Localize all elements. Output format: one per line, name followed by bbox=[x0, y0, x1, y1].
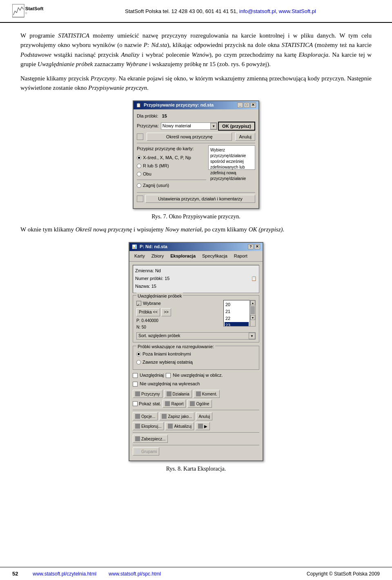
okresl-row: Określ nową przyczynę Anuluj bbox=[137, 133, 255, 141]
menu-specyfikacja[interactable]: Specyfikacja bbox=[199, 252, 231, 260]
zabezpiecz-button[interactable]: Zabezpiecz... bbox=[133, 435, 168, 443]
listbox-item-23[interactable]: 23 bbox=[225, 322, 249, 327]
ogolne-icon bbox=[190, 401, 195, 406]
website-link[interactable]: www.StatSoft.pl bbox=[279, 8, 316, 14]
przyczyna-input[interactable]: Nowy materiał bbox=[161, 122, 210, 129]
footer-link-1[interactable]: www.statsoft.pl/czytelnia.html bbox=[33, 571, 96, 577]
probka-label: Dla próbki: bbox=[137, 113, 158, 120]
listbox-item-20[interactable]: 20 bbox=[225, 301, 249, 308]
anuluj-button[interactable]: Anuluj bbox=[235, 133, 255, 141]
dzialania-button[interactable]: Działania bbox=[164, 390, 192, 398]
nie-wykresy-checkbox[interactable] bbox=[133, 382, 138, 387]
radio-r-lub-s-icon[interactable] bbox=[137, 164, 141, 168]
radio-obu-icon[interactable] bbox=[137, 172, 141, 176]
zapisz-icon bbox=[162, 414, 167, 419]
nie-uwzgledniaj-checkbox[interactable] bbox=[166, 373, 171, 378]
scroll-down[interactable]: ▼ bbox=[250, 315, 255, 320]
maximize-button[interactable]: □ bbox=[244, 102, 249, 108]
menu-eksploracja[interactable]: Eksploracja bbox=[167, 252, 199, 260]
footer-links: www.statsoft.pl/czytelnia.html www.stats… bbox=[33, 571, 307, 577]
opcje-icon bbox=[135, 414, 140, 419]
pokaz-checkbox[interactable] bbox=[133, 401, 138, 406]
przyczyna-dropdown[interactable]: ▼ bbox=[210, 123, 217, 129]
minimize-button[interactable]: _ bbox=[237, 102, 243, 108]
bottom-buttons-row-1: Opcje... Zapisz jako... Anuluj bbox=[133, 412, 259, 420]
figure-1-caption: Rys. 7. Okno Przypisywanie przyczyn. bbox=[151, 212, 241, 221]
listbox-scrollbar[interactable]: ▲ ▼ bbox=[250, 300, 256, 327]
footer-link-2[interactable]: www.statsoft.pl/spc.html bbox=[109, 571, 161, 577]
wybrane-checkbox[interactable]: ✓ bbox=[136, 301, 141, 306]
pokaz-label: Pokaż stat. bbox=[139, 400, 161, 407]
listbox-item-22[interactable]: 22 bbox=[225, 315, 249, 322]
ok-button[interactable]: OK (przypisz) bbox=[218, 122, 255, 131]
titlebar-buttons[interactable]: _ □ ✕ bbox=[237, 102, 256, 108]
przyczyna-label: Przyczyna: bbox=[137, 122, 159, 129]
dialog1-title: 📋 Przypisywanie przyczyny: nd.sta bbox=[136, 102, 214, 109]
dialog2-body: Zmienna: Nd Numer próbki: 15 📋 Nazwa: 15… bbox=[129, 262, 263, 460]
dialog2-titlebar-buttons[interactable]: ? ✕ bbox=[248, 244, 260, 249]
dialog2-anuluj-button[interactable]: Anuluj bbox=[196, 412, 212, 420]
radio-zagnij-icon[interactable] bbox=[137, 183, 141, 188]
uwzgledniaj-checkbox[interactable] bbox=[133, 373, 138, 378]
action-buttons-row: Przyczyny Działania Koment. bbox=[133, 390, 259, 398]
copy-icon[interactable]: 📋 bbox=[251, 275, 257, 282]
samples-listbox[interactable]: 20 21 22 23 bbox=[223, 300, 250, 327]
radio-zagnij: Zagnij (usuń) bbox=[137, 182, 206, 189]
uwzgledniaj-label: Uwzględniaj bbox=[140, 372, 164, 379]
right-info-text: Wybierz przyczynę/działanie spośród wcze… bbox=[210, 148, 246, 181]
menu-karty[interactable]: Karty bbox=[131, 252, 148, 260]
zabezpiecz-icon bbox=[135, 436, 140, 441]
arrow-icon bbox=[198, 424, 203, 429]
pokaz-row: Pokaż stat. bbox=[133, 400, 161, 408]
raport-button[interactable]: Raport bbox=[163, 400, 186, 408]
koment-button[interactable]: Koment. bbox=[194, 390, 220, 398]
aktualizuj-button[interactable]: Aktualizuj bbox=[165, 422, 194, 430]
p-value: P: 0.440000 bbox=[136, 318, 221, 324]
probka-back-button[interactable]: Próbka << bbox=[136, 308, 160, 316]
scroll-up[interactable]: ▲ bbox=[250, 300, 255, 305]
page-header: StatSoft ® StatSoft Polska tel. 12 428 4… bbox=[0, 0, 392, 23]
menu-raport[interactable]: Raport bbox=[231, 252, 251, 260]
dialog2-close-button[interactable]: ✕ bbox=[254, 244, 260, 249]
dialog2-titlebar: 📊 P: Nd: nd.sta ? ✕ bbox=[129, 243, 263, 251]
radio-x-sred: X-śred., X, MA, C, P, Np bbox=[137, 154, 206, 161]
logo-container: StatSoft ® bbox=[12, 3, 53, 19]
probka-forward-button[interactable]: >> bbox=[161, 308, 171, 316]
okresl-button[interactable]: Określ nową przyczynę bbox=[147, 133, 232, 141]
svg-text:®: ® bbox=[25, 12, 27, 15]
separator-d2-1 bbox=[133, 410, 259, 410]
dialog2-min-button[interactable]: ? bbox=[248, 244, 254, 249]
radio-zawsze-icon[interactable] bbox=[136, 360, 141, 364]
opcje-button[interactable]: Opcje... bbox=[133, 412, 158, 420]
radio-x-sred-icon[interactable] bbox=[137, 156, 141, 160]
arrow-button[interactable]: ▶ bbox=[196, 422, 210, 430]
separator-d2-2 bbox=[133, 432, 259, 433]
zapisz-button[interactable]: Zapisz jako... bbox=[159, 412, 194, 420]
figure-2: 📊 P: Nd: nd.sta ? ✕ Karty Zbiory Eksplor… bbox=[20, 242, 372, 473]
bottom-buttons-row-3: Zabezpiecz... bbox=[133, 435, 259, 443]
sort-label[interactable]: Sort. względem próbek bbox=[137, 333, 249, 339]
separator-d2-3 bbox=[133, 445, 259, 445]
menu-zbiory[interactable]: Zbiory bbox=[148, 252, 167, 260]
przypisz-section: Przypisz przyczynę do karty: X-śred., X,… bbox=[137, 145, 255, 190]
radio-zawsze: Zawsze wybieraj ostatnią bbox=[136, 359, 256, 366]
ustawienia-button[interactable]: Ustawienia przyczyn, działań i komentarz… bbox=[145, 195, 255, 203]
sort-row: Sort. względem próbek ▼ bbox=[136, 332, 256, 340]
uwzglednianie-title: Uwzględnianie próbek bbox=[136, 293, 183, 300]
eksploruj-icon bbox=[135, 424, 140, 429]
separator-1 bbox=[137, 143, 255, 143]
ogolne-button[interactable]: Ogólne bbox=[187, 400, 212, 408]
przyczyny-button[interactable]: Przyczyny bbox=[133, 390, 163, 398]
scroll-thumb[interactable] bbox=[251, 306, 255, 314]
grupami-button[interactable]: Grupami bbox=[133, 447, 159, 456]
figure-2-caption: Rys. 8. Karta Eksploracja. bbox=[166, 464, 226, 473]
email-link[interactable]: info@statsoft.pl bbox=[239, 8, 276, 14]
sort-dropdown[interactable]: ▼ bbox=[249, 333, 255, 339]
radio-poza-icon[interactable] bbox=[136, 352, 141, 356]
figure-1: 📋 Przypisywanie przyczyny: nd.sta _ □ ✕ … bbox=[20, 100, 372, 221]
n-value: N: 50 bbox=[136, 324, 221, 331]
eksploruj-button[interactable]: Eksploruj... bbox=[133, 422, 164, 430]
uwzglednianie-group: Uwzględnianie próbek ✓ Wybrane bbox=[133, 295, 259, 342]
close-button[interactable]: ✕ bbox=[250, 102, 256, 108]
listbox-item-21[interactable]: 21 bbox=[225, 308, 249, 315]
